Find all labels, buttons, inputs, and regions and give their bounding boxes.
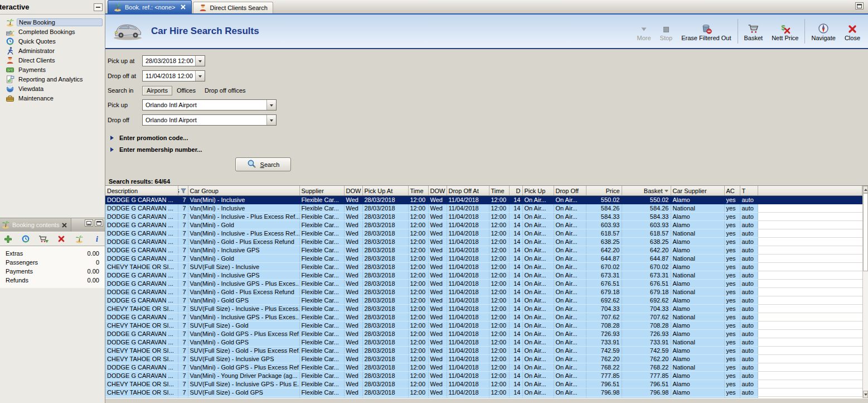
booking-contents-tab[interactable]: Booking contents <box>0 218 71 232</box>
new-booking-icon[interactable] <box>74 234 84 244</box>
sidebar-item-direct-clients[interactable]: Direct Clients <box>6 55 103 65</box>
cell-time: 12:00 <box>408 255 428 263</box>
result-row-partial[interactable]: DODGE G CARAVAN ...7Flexible Car...Wed28… <box>105 397 862 399</box>
pickup-at-combobox[interactable]: 28/03/2018 12:00 <box>142 55 205 66</box>
column-header-pick-up-at[interactable]: Pick Up At <box>362 186 408 196</box>
sidebar-item-quick-quotes[interactable]: Quick Quotes <box>6 36 103 46</box>
horizontal-scrollbar[interactable] <box>105 398 868 403</box>
result-row[interactable]: DODGE G CARAVAN ...7Van(Mini) - Inclusiv… <box>105 204 862 213</box>
info-icon[interactable]: i <box>92 234 102 244</box>
sidebar-item-reporting-and-analytics[interactable]: Reporting and Analytics <box>6 74 103 84</box>
maximize-panel-button[interactable] <box>95 219 103 227</box>
column-header-d[interactable]: D <box>509 186 522 196</box>
result-row[interactable]: DODGE G CARAVAN ...7Van(Mini) - GoldFlex… <box>105 255 862 263</box>
column-header-drop-off-at[interactable]: Drop Off At <box>447 186 489 196</box>
result-row[interactable]: DODGE G CARAVAN ...7Van(Mini) - Inclusiv… <box>105 229 862 238</box>
result-row[interactable]: CHEVY TAHOE OR SI...7SUV(Full Size) - Go… <box>105 347 862 355</box>
sidebar-item-administrator[interactable]: Administrator <box>6 46 103 55</box>
column-header-t[interactable]: T <box>740 186 758 196</box>
scrollbar-thumb[interactable] <box>863 193 868 271</box>
result-row[interactable]: CHEVY TAHOE OR SI...7SUV(Full Size) - In… <box>105 305 862 313</box>
panel-layout-button[interactable] <box>855 2 864 9</box>
result-row[interactable]: CHEVY TAHOE OR SI...7SUV(Full Size) - Go… <box>105 388 862 397</box>
result-row[interactable]: DODGE G CARAVAN ...7Van(Mini) - Young Dr… <box>105 372 862 380</box>
result-row[interactable]: DODGE G CARAVAN ...7Van(Mini) - Inclusiv… <box>105 213 862 221</box>
search-in-option-airports[interactable]: Airports <box>142 86 172 95</box>
result-row[interactable]: DODGE G CARAVAN ...7Van(Mini) - Gold GPS… <box>105 296 862 305</box>
promotion-code-toggle[interactable]: Enter promotion code... <box>110 133 868 142</box>
nett-price-button[interactable]: $Nett Price <box>767 21 803 42</box>
column-header-time[interactable]: Time <box>489 186 509 196</box>
column-header-s[interactable]: S <box>178 186 188 196</box>
tab-direct-clients-search[interactable]: Direct Clients Search <box>193 2 273 13</box>
column-header-dow[interactable]: DOW <box>344 186 362 196</box>
column-header-car-group[interactable]: Car Group <box>188 186 299 196</box>
close-button[interactable]: Close <box>840 21 865 42</box>
cell-time: 12:00 <box>408 363 428 372</box>
dropoff-at-combobox[interactable]: 11/04/2018 12:00 <box>142 70 205 81</box>
result-row[interactable]: CHEVY TAHOE OR SI...7SUV(Full Size) - In… <box>105 263 862 271</box>
cell-dow: Wed <box>428 288 447 296</box>
result-row[interactable]: DODGE G CARAVAN ...7Van(Mini) - Inclusiv… <box>105 313 862 322</box>
column-header-pick-up[interactable]: Pick Up <box>522 186 554 196</box>
sidebar-item-new-booking[interactable]: New Booking <box>6 17 103 27</box>
result-row[interactable]: CHEVY TAHOE OR SI...7SUV(Full Size) - Go… <box>105 322 862 330</box>
delete-icon[interactable] <box>56 234 66 244</box>
quick-quote-icon[interactable] <box>21 234 31 244</box>
cell-pick-up: On Air... <box>522 372 554 380</box>
result-row[interactable]: DODGE G CARAVAN ...7Van(Mini) - Gold GPS… <box>105 363 862 372</box>
column-header-ac[interactable]: AC <box>724 186 740 196</box>
scroll-down-icon[interactable] <box>863 391 868 398</box>
dropoff-at-dropdown-icon[interactable] <box>195 71 205 81</box>
search-in-option-offices[interactable]: Offices <box>172 86 200 95</box>
result-row[interactable]: DODGE G CARAVAN ...7Van(Mini) - Gold GPS… <box>105 338 862 347</box>
pickup-at-dropdown-icon[interactable] <box>195 56 205 66</box>
column-header-dow[interactable]: DOW <box>428 186 447 196</box>
result-row[interactable]: DODGE G CARAVAN ...7Van(Mini) - Inclusiv… <box>105 246 862 255</box>
result-row[interactable]: CHEVY TAHOE OR SI...7SUV(Full Size) - In… <box>105 380 862 388</box>
result-row[interactable]: CHEVY TAHOE OR SI...7SUV(Full Size) - In… <box>105 355 862 363</box>
result-row[interactable]: DODGE G CARAVAN ...7Van(Mini) - Gold - P… <box>105 238 862 246</box>
sidebar-collapse-button[interactable] <box>94 3 103 11</box>
pickup-location-dropdown-icon[interactable] <box>266 100 276 110</box>
minimize-panel-button[interactable] <box>85 219 93 227</box>
erase-filtered-out-button[interactable]: Erase Filtered Out <box>677 21 735 42</box>
column-header-basket[interactable]: Basket <box>622 186 671 196</box>
search-button[interactable]: Search <box>235 157 291 171</box>
result-row[interactable]: DODGE G CARAVAN ...7Van(Mini) - Inclusiv… <box>105 196 862 204</box>
pickup-location-combobox[interactable]: Orlando Intl Airport <box>142 99 277 111</box>
result-row[interactable]: DODGE G CARAVAN ...7Van(Mini) - Gold - P… <box>105 288 862 296</box>
add-icon[interactable] <box>3 234 13 244</box>
result-row[interactable]: DODGE G CARAVAN ...7Van(Mini) - Gold GPS… <box>105 330 862 338</box>
result-row[interactable]: DODGE G CARAVAN ...7Van(Mini) - Inclusiv… <box>105 271 862 280</box>
vertical-scrollbar[interactable] <box>862 186 868 398</box>
sidebar-item-completed-bookings[interactable]: Completed Bookings <box>6 27 103 36</box>
sidebar-item-maintenance[interactable]: Maintenance <box>6 93 103 103</box>
result-row[interactable]: DODGE G CARAVAN ...7Van(Mini) - Inclusiv… <box>105 280 862 288</box>
column-header-drop-off[interactable]: Drop Off <box>554 186 586 196</box>
column-header-price[interactable]: Price <box>586 186 622 196</box>
column-header-car-supplier[interactable]: Car Supplier <box>671 186 724 196</box>
sidebar-item-payments[interactable]: $Payments <box>6 65 103 74</box>
basket-button[interactable]: Basket <box>740 21 768 42</box>
close-icon[interactable] <box>61 222 67 228</box>
cell-filler <box>758 263 862 271</box>
search-in-option-drop-off-offices[interactable]: Drop off offices <box>200 86 250 95</box>
tab-close-icon[interactable] <box>180 4 186 10</box>
toolbar-button-label: Navigate <box>811 35 835 41</box>
result-row[interactable]: DODGE G CARAVAN ...7Van(Mini) - GoldFlex… <box>105 221 862 229</box>
tab-book-ref-none[interactable]: Book. ref.: <none> <box>108 0 192 13</box>
dropoff-location-dropdown-icon[interactable] <box>266 115 276 125</box>
navigate-button[interactable]: Navigate <box>807 21 840 42</box>
column-header-description[interactable]: Description <box>105 186 178 196</box>
column-header-supplier[interactable]: Supplier <box>299 186 344 196</box>
sidebar-item-viewdata[interactable]: Viewdata <box>6 84 103 93</box>
column-header-time[interactable]: Time <box>408 186 428 196</box>
scrollbar-track[interactable] <box>863 193 868 391</box>
scroll-up-icon[interactable] <box>863 186 868 193</box>
dropoff-location-combobox[interactable]: Orlando Intl Airport <box>142 114 277 126</box>
cell-drop-off: On Air... <box>554 355 586 363</box>
add-to-basket-icon[interactable] <box>38 234 49 244</box>
membership-number-toggle[interactable]: Enter membership number... <box>110 145 868 154</box>
cell-ac: yes <box>724 238 740 246</box>
